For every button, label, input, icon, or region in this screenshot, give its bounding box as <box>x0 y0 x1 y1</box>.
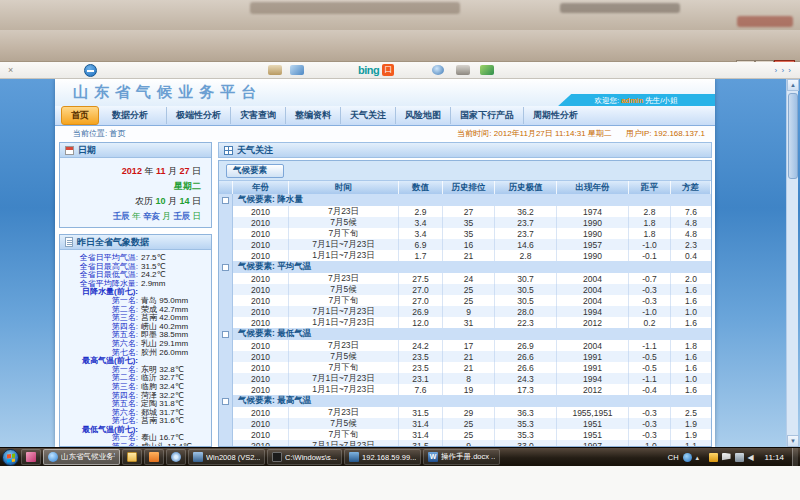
network-icon[interactable] <box>735 453 744 462</box>
table-cell: 1.0 <box>671 373 711 384</box>
table-row[interactable]: 20107月23日2.92736.219742.87.6 <box>219 206 711 217</box>
taskbar-btn-media[interactable] <box>166 449 186 465</box>
background-window-blur <box>560 3 680 13</box>
weather-focus-panel: 气候要素 年份时间数值历史排位历史极值出现年份距平方差气候要素: 降水量2010… <box>218 160 712 447</box>
table-cell: 8 <box>443 373 495 384</box>
update-tray-icon[interactable] <box>683 453 692 462</box>
bing-toolbar-logo[interactable]: bing 口 <box>358 64 394 76</box>
scroll-up-icon[interactable]: ▲ <box>787 79 799 91</box>
nav-item-4[interactable]: 整编资料 <box>286 107 341 124</box>
checkbox[interactable] <box>222 331 229 338</box>
table-cell: 25 <box>443 418 495 429</box>
scroll-down-icon[interactable]: ▼ <box>787 435 799 447</box>
nav-item-8[interactable]: 周期性分析 <box>524 107 596 124</box>
start-button[interactable] <box>2 449 19 466</box>
weather-box-header: 昨日全省气象数据 <box>60 235 211 250</box>
volume-icon[interactable]: ◀ <box>748 453 757 462</box>
close-addon-bar-icon[interactable]: × <box>8 65 13 75</box>
welcome-username: admin <box>621 96 643 105</box>
show-desktop-button[interactable] <box>792 448 798 467</box>
table-row[interactable]: 20101月1日~7月23日12.03122.320120.21.6 <box>219 317 711 328</box>
table-cell: 19 <box>443 384 495 395</box>
nav-item-5[interactable]: 天气关注 <box>341 107 396 124</box>
table-cell: 2.9 <box>399 206 443 217</box>
puzzle-toolbar-icon[interactable] <box>480 65 494 75</box>
table-row[interactable]: 20107月1日~7月23日31.5933.01997-1.01.1 <box>219 440 711 447</box>
camera-toolbar-icon[interactable] <box>432 65 444 75</box>
addon-compass-icon[interactable] <box>84 64 97 77</box>
table-row[interactable]: 20107月5候23.52126.61991-0.51.6 <box>219 351 711 362</box>
taskbar-btn-word[interactable]: W操作手册.docx ... <box>423 449 500 465</box>
clock[interactable]: 11:14 <box>765 453 784 462</box>
group-checkbox-cell <box>219 261 233 273</box>
table-cell: 1月1日~7月23日 <box>289 317 399 328</box>
taskbar-btn-rdp[interactable]: 192.168.59.99... <box>344 449 421 465</box>
nav-item-6[interactable]: 风险地图 <box>396 107 451 124</box>
vertical-scrollbar[interactable]: ▲ ▼ <box>786 79 798 447</box>
table-row[interactable]: 20107月23日24.21726.92004-1.11.8 <box>219 340 711 351</box>
table-row[interactable]: 20107月5候3.43523.719901.84.8 <box>219 217 711 228</box>
column-header: 出现年份 <box>557 181 629 194</box>
table-cell: 21 <box>443 362 495 373</box>
table-cell: 35.3 <box>495 429 557 440</box>
table-row[interactable]: 20107月1日~7月23日26.9928.01994-1.01.0 <box>219 306 711 317</box>
table-row[interactable]: 20107月23日27.52430.72004-0.72.0 <box>219 273 711 284</box>
nav-item-0[interactable]: 首页 <box>61 106 99 125</box>
table-cell: 2004 <box>557 273 629 284</box>
table-cell: 31.5 <box>399 407 443 418</box>
nav-item-2[interactable]: 极端性分析 <box>167 107 231 124</box>
table-row[interactable]: 20107月下旬23.52126.61991-0.51.6 <box>219 362 711 373</box>
taskbar-btn-orange-app[interactable] <box>144 449 164 465</box>
warning-tray-icon[interactable] <box>709 453 718 462</box>
satellite-toolbar-icon[interactable] <box>456 65 470 75</box>
checkbox[interactable] <box>222 197 229 204</box>
table-row[interactable]: 20107月5候31.42535.31951-0.31.9 <box>219 418 711 429</box>
table-row[interactable]: 20107月5候27.02530.52004-0.31.6 <box>219 284 711 295</box>
nav-item-3[interactable]: 灾害查询 <box>231 107 286 124</box>
table-grid-icon <box>224 146 233 155</box>
table-cell: 25 <box>443 429 495 440</box>
table-cell: 2010 <box>233 295 289 306</box>
table-cell: 26.6 <box>495 362 557 373</box>
breadcrumb-value[interactable]: 首页 <box>109 129 125 138</box>
table-row[interactable]: 20107月下旬27.02530.52004-0.31.6 <box>219 295 711 306</box>
table-cell: 2010 <box>233 429 289 440</box>
checkbox[interactable] <box>222 398 229 405</box>
table-cell: -0.1 <box>629 250 671 261</box>
taskbar-btn-cmd[interactable]: C:\Windows\s... <box>267 449 342 465</box>
nav-item-7[interactable]: 国家下行产品 <box>451 107 524 124</box>
table-row[interactable]: 20107月下旬31.42535.31951-0.31.9 <box>219 429 711 440</box>
card-icon[interactable] <box>268 65 282 75</box>
table-cell: 7月1日~7月23日 <box>289 306 399 317</box>
table-cell: 0.2 <box>629 317 671 328</box>
table-cell: 27 <box>443 206 495 217</box>
nav-item-1[interactable]: 数据分析 <box>103 107 167 124</box>
table-cell: 35 <box>443 217 495 228</box>
table-row[interactable]: 20107月1日~7月23日23.1824.31994-1.11.0 <box>219 373 711 384</box>
taskbar-btn-vm[interactable]: Win2008 (VS2... <box>188 449 265 465</box>
taskbar-btn-ie[interactable]: 山东省气候业务平... <box>43 449 120 465</box>
taskbar-btn-pink-app[interactable] <box>21 449 41 465</box>
table-row[interactable]: 20107月下旬3.43523.719901.84.8 <box>219 228 711 239</box>
language-indicator[interactable]: CH <box>668 453 679 462</box>
scrollbar-thumb[interactable] <box>788 93 798 179</box>
mail-icon[interactable] <box>290 65 304 75</box>
weather-box-body: 全省日平均气温:27.5℃全省日最高气温:31.5℃全省日最低气温:24.2℃全… <box>60 250 211 447</box>
breadcrumb-label: 当前位置: <box>73 129 107 138</box>
header-checkbox-cell <box>219 181 233 194</box>
checkbox[interactable] <box>222 264 229 271</box>
more-tools-icon[interactable]: › › › <box>775 66 792 75</box>
table-row[interactable]: 20107月23日31.52936.31955,1951-0.32.5 <box>219 407 711 418</box>
taskbar-btn-explorer[interactable] <box>122 449 142 465</box>
table-row[interactable]: 20101月1日~7月23日7.61917.32012-0.41.6 <box>219 384 711 395</box>
table-cell: 7月5候 <box>289 418 399 429</box>
stat-value: 2.9mm <box>141 280 165 289</box>
action-center-flag-icon[interactable] <box>722 453 731 462</box>
table-row[interactable]: 20107月1日~7月23日6.91614.61957-1.02.3 <box>219 239 711 250</box>
session-info: 当前时间: 2012年11月27日 11:14:31 星期二 用户IP: 192… <box>457 128 705 139</box>
table-cell: 2004 <box>557 295 629 306</box>
show-hidden-icons[interactable]: ▴ <box>696 453 705 462</box>
table-cell: 23.5 <box>399 351 443 362</box>
climate-element-filter-button[interactable]: 气候要素 <box>226 164 284 178</box>
table-row[interactable]: 20101月1日~7月23日1.7212.81990-0.10.4 <box>219 250 711 261</box>
